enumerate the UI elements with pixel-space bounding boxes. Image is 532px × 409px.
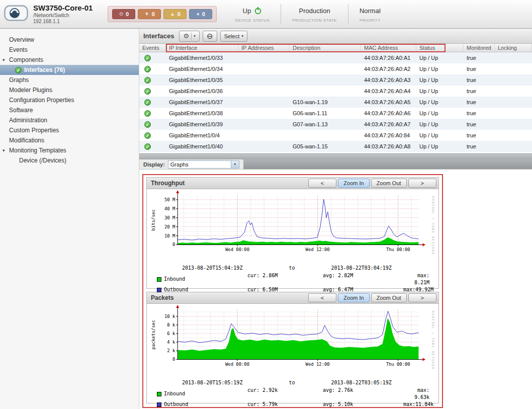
column-header-ip-addresses[interactable]: IP Addresses (238, 44, 290, 52)
chevron-down-icon: ▾ (194, 34, 196, 38)
cell-ip-interface[interactable]: GigabitEthernet1/0/39 (166, 119, 238, 130)
legend-swatch (157, 402, 161, 407)
column-header-locking[interactable]: Locking (495, 44, 532, 52)
cell-status: Up / Up (416, 74, 464, 86)
graph-zoom-in-button[interactable]: Zoom In (338, 179, 369, 188)
column-header-ip-interface[interactable]: IP Interface (166, 44, 238, 52)
sidebar-item-label: Device (/Devices) (19, 155, 66, 166)
sidebar-item-administration[interactable]: Administration (0, 115, 139, 125)
sidebar-item-monitoring-templates[interactable]: ▾Monitoring Templates (0, 145, 139, 155)
annotation-graphs-highlight: Throughput < Zoom In Zoom Out > 010 M20 … (142, 174, 443, 408)
event-badge-error[interactable]: ▼0 (138, 9, 161, 19)
column-header-description[interactable]: Description (290, 44, 361, 52)
combo-arrow-icon[interactable]: ▾ (231, 161, 239, 168)
column-header-monitored[interactable]: Monitored (464, 44, 495, 52)
interface-row[interactable]: ✓GigabitEthernet1/0/3544:03:A7:26:A0:A3U… (139, 74, 532, 86)
interface-row[interactable]: ✓GigabitEthernet1/0/37G10-wan-1.1944:03:… (139, 97, 532, 108)
svg-text:2 k: 2 k (167, 348, 175, 353)
legend-max: max:11.84k (403, 401, 442, 408)
sidebar-item-configuration-properties[interactable]: Configuration Properties (0, 95, 139, 105)
interface-row[interactable]: ✓GigabitEthernet1/0/3644:03:A7:26:A0:A4U… (139, 86, 532, 97)
graph-zoom-in-button[interactable]: Zoom In (338, 293, 369, 302)
cell-events: ✓ (139, 52, 166, 63)
interface-row[interactable]: ✓GigabitEthernet1/0/3444:03:A7:26:A0:A2U… (139, 63, 532, 74)
svg-text:bits/sec: bits/sec (151, 209, 156, 231)
event-badge-info[interactable]: ●0 (189, 9, 212, 19)
cell-ip-interface[interactable]: GigabitEthernet1/0/36 (166, 86, 238, 97)
event-badge-critical[interactable]: ⊖0 (112, 9, 135, 19)
toolbar-filler (243, 159, 532, 169)
error-severity-icon: ▼ (144, 12, 149, 17)
cell-ip-interface[interactable]: GigabitEthernet1/0/40 (166, 141, 238, 152)
device-path[interactable]: /Network/Switch (33, 13, 93, 19)
actions-gear-button[interactable]: ⚙ ▾ (179, 31, 200, 42)
table-header-row: EventsIP InterfaceIP AddressesDescriptio… (139, 44, 532, 52)
sidebar-item-custom-properties[interactable]: Custom Properties (0, 125, 139, 135)
graph-pan-right-button[interactable]: > (408, 179, 436, 188)
display-label: Display: (143, 161, 165, 168)
sidebar-item-modifications[interactable]: Modifications (0, 135, 139, 145)
sidebar-item-software[interactable]: Software (0, 105, 139, 115)
cell-ip-interface[interactable]: GigabitEthernet1/0/37 (166, 97, 238, 108)
display-combo[interactable]: Graphs ▾ (168, 160, 239, 169)
cell-ip-interface[interactable]: GigabitEthernet1/0/33 (166, 52, 238, 63)
event-ok-icon: ✓ (144, 77, 151, 84)
interface-row[interactable]: ✓GigabitEthernet1/0/3344:03:A7:26:A0:A1U… (139, 52, 532, 63)
select-button[interactable]: Select ▾ (220, 31, 248, 42)
sidebar-item-events[interactable]: Events (0, 45, 139, 55)
graph-pan-left-button[interactable]: < (308, 179, 336, 188)
column-header-events[interactable]: Events (139, 44, 166, 52)
priority-value[interactable]: Normal (360, 7, 381, 15)
interface-row[interactable]: ✓GigabitEthernet1/0/40G05-wan-1.1544:03:… (139, 141, 532, 152)
cell-mac-address: 44:03:A7:26:A0:A8 (361, 141, 416, 152)
sidebar-item-device-devices[interactable]: Device (/Devices) (0, 155, 139, 166)
graph-pan-right-button[interactable]: > (408, 293, 436, 302)
sidebar-item-components[interactable]: ▾Components (0, 55, 139, 65)
event-ok-icon: ✓ (144, 132, 151, 139)
graph-zoom-out-button[interactable]: Zoom Out (371, 179, 407, 188)
production-state-value[interactable]: Production (299, 7, 330, 15)
sidebar-item-interfaces[interactable]: ✓Interfaces (76) (0, 65, 139, 75)
graph-buttons: < Zoom In Zoom Out > (308, 179, 436, 188)
sidebar-item-modeler-plugins[interactable]: Modeler Plugins (0, 85, 139, 95)
svg-text:20 M: 20 M (164, 224, 175, 229)
zenoss-logo-icon[interactable] (4, 5, 28, 23)
legend-avg: avg: 2.82M (323, 272, 403, 286)
cell-mac-address: 44:03:A7:26:A0:A5 (361, 97, 416, 108)
cell-mac-address: 44:03:A7:26:A0:84 (361, 130, 416, 141)
event-badge-warning[interactable]: ▲0 (163, 9, 187, 19)
cell-ip-interface[interactable]: GigabitEthernet1/0/35 (166, 74, 238, 86)
main-split: OverviewEvents▾Components✓Interfaces (76… (0, 29, 532, 409)
column-header-mac-address[interactable]: MAC Address (361, 44, 416, 52)
rrd-chart: 02 k4 k6 k8 k10 kWed 00:00Wed 12:00Thu 0… (149, 305, 434, 379)
cell-description (290, 86, 361, 97)
graph-pan-left-button[interactable]: < (308, 293, 336, 302)
cell-ip-addresses (238, 63, 290, 74)
sidebar-item-label: Components (9, 55, 43, 65)
expanded-arrow-icon[interactable]: ▾ (3, 55, 9, 65)
cell-locking (495, 119, 532, 130)
sidebar-item-graphs[interactable]: Graphs (0, 75, 139, 85)
interface-row[interactable]: ✓GigabitEthernet1/0/444:03:A7:26:A0:84Up… (139, 130, 532, 141)
interface-row[interactable]: ✓GigabitEthernet1/0/39G07-wan-1.1344:03:… (139, 119, 532, 130)
cell-ip-interface[interactable]: GigabitEthernet1/0/4 (166, 130, 238, 141)
event-ok-icon: ✓ (144, 99, 151, 106)
zenoss-app: SW3750-Core-01 /Network/Switch 192.168.1… (0, 0, 532, 409)
event-count: 0 (202, 11, 205, 17)
table-body: ✓GigabitEthernet1/0/3344:03:A7:26:A0:A1U… (139, 52, 532, 152)
interface-row[interactable]: ✓GigabitEthernet1/0/38G06-wan-1.1144:03:… (139, 108, 532, 119)
expanded-arrow-icon[interactable]: ▾ (3, 145, 9, 155)
remove-button[interactable]: ⊖ (203, 31, 217, 42)
cell-ip-interface[interactable]: GigabitEthernet1/0/34 (166, 63, 238, 74)
cell-ip-interface[interactable]: GigabitEthernet1/0/38 (166, 108, 238, 119)
event-ok-icon: ✓ (144, 110, 151, 117)
graph-zoom-out-button[interactable]: Zoom Out (371, 293, 407, 302)
graph-panel-packets: Packets < Zoom In Zoom Out > 02 k4 k6 k8… (146, 292, 439, 403)
column-header-status[interactable]: Status (416, 44, 464, 52)
cell-monitored: true (464, 63, 495, 74)
event-ok-icon: ✓ (144, 55, 151, 61)
legend-swatch (157, 288, 161, 292)
cell-events: ✓ (139, 108, 166, 119)
sidebar-item-overview[interactable]: Overview (0, 35, 139, 45)
svg-text:Wed 00:00: Wed 00:00 (225, 362, 249, 367)
